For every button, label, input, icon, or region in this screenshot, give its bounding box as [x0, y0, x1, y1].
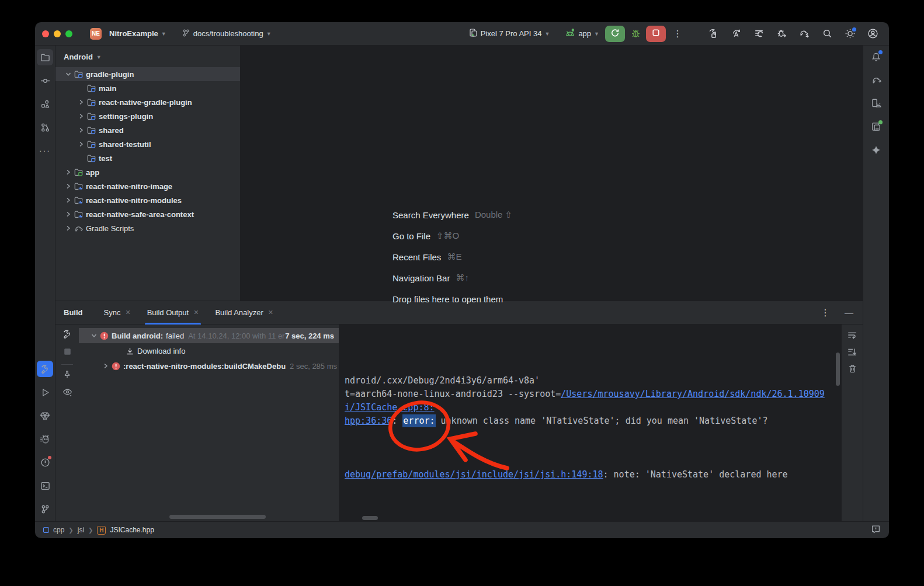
- tree-item[interactable]: shared-testutil: [55, 137, 240, 151]
- gradle-sync-button[interactable]: [796, 26, 812, 42]
- debug-button[interactable]: [627, 26, 644, 42]
- breadcrumb: cpp❯jsi❯HJSICache.hpp: [43, 526, 154, 535]
- build-button[interactable]: [705, 26, 721, 42]
- chevron-right-icon[interactable]: [101, 362, 110, 369]
- gemini-sparkle-icon[interactable]: [868, 142, 884, 158]
- close-tab-icon[interactable]: ✕: [125, 309, 130, 316]
- build-console[interactable]: ndroid/.cxx/Debug/2nd4i3y6/arm64-v8a't=a…: [339, 325, 842, 521]
- notifications-bell-icon[interactable]: [868, 48, 884, 65]
- more-tools-icon[interactable]: ···: [37, 142, 53, 159]
- console-file-link[interactable]: i/JSICache.cpp:8:: [345, 402, 435, 413]
- minimize-window-button[interactable]: [54, 30, 61, 37]
- run-tool-icon[interactable]: [37, 384, 53, 400]
- project-tree: gradle-pluginmainreact-native-gradle-plu…: [55, 67, 240, 235]
- build-stop-icon[interactable]: [62, 347, 72, 359]
- tree-item[interactable]: Gradle Scripts: [55, 221, 240, 235]
- console-line: [345, 428, 825, 441]
- breadcrumb-item[interactable]: cpp: [53, 526, 64, 534]
- build-tab-build-output[interactable]: Build Output✕: [141, 301, 205, 325]
- console-file-link[interactable]: /Users/mrousavy/Library/Android/sdk/ndk/…: [561, 389, 825, 399]
- chevron-right-icon[interactable]: [64, 211, 73, 218]
- tree-item[interactable]: main: [55, 81, 240, 95]
- console-vertical-scrollbar[interactable]: [836, 353, 840, 386]
- rerun-button[interactable]: [605, 26, 625, 42]
- build-tree-row[interactable]: Build android:failedAt 14.10.24, 12:00 w…: [79, 328, 339, 343]
- close-window-button[interactable]: [42, 30, 49, 37]
- tree-item[interactable]: test: [55, 151, 240, 165]
- terminal-icon[interactable]: [37, 477, 53, 494]
- build-tab-sync[interactable]: Sync✕: [98, 301, 137, 325]
- tree-item[interactable]: react-native-safe-area-context: [55, 207, 240, 221]
- project-selector[interactable]: NitroExample ▼: [106, 27, 170, 40]
- chevron-down-icon[interactable]: [64, 71, 73, 78]
- app-quality-insights-icon[interactable]: [37, 407, 53, 424]
- hide-build-panel-button[interactable]: —: [841, 308, 857, 318]
- module-blue-icon: [86, 97, 96, 107]
- breadcrumb-item[interactable]: JSICache.hpp: [110, 526, 154, 534]
- tree-item[interactable]: app: [55, 165, 240, 179]
- preview-eye-icon[interactable]: [62, 387, 72, 399]
- structure-icon[interactable]: [37, 96, 53, 112]
- pull-requests-icon[interactable]: [37, 119, 53, 135]
- console-horizontal-scrollbar[interactable]: [362, 516, 378, 520]
- more-run-actions-button[interactable]: ⋮: [668, 28, 687, 39]
- logcat-icon[interactable]: [37, 431, 53, 447]
- scroll-to-end-icon[interactable]: [847, 347, 857, 360]
- chevron-right-icon[interactable]: [64, 197, 73, 204]
- tree-item[interactable]: settings-plugin: [55, 109, 240, 123]
- device-selector[interactable]: Pixel 7 Pro API 34 ▼: [465, 26, 554, 41]
- commit-icon[interactable]: [37, 72, 53, 89]
- settings-button[interactable]: [842, 26, 858, 42]
- console-file-link[interactable]: hpp:36:36: [345, 416, 392, 426]
- close-tab-icon[interactable]: ✕: [268, 309, 273, 316]
- tree-horizontal-scrollbar[interactable]: [169, 515, 266, 519]
- history-list-button[interactable]: [751, 26, 767, 42]
- translate-a-button[interactable]: [728, 26, 744, 42]
- clear-all-icon[interactable]: [847, 364, 857, 376]
- build-tree-row[interactable]: :react-native-nitro-modules:buildCMakeDe…: [79, 358, 339, 374]
- project-view-selector[interactable]: Android ▼: [55, 50, 240, 67]
- close-tab-icon[interactable]: ✕: [193, 309, 199, 316]
- build-hammer-icon[interactable]: [37, 361, 53, 377]
- tree-item-label: gradle-plugin: [86, 70, 134, 79]
- build-options-menu[interactable]: ⋮: [816, 307, 835, 318]
- gradle-icon: [73, 224, 84, 233]
- tree-item[interactable]: shared: [55, 123, 240, 137]
- soft-wrap-icon[interactable]: [847, 330, 857, 343]
- project-folder-icon[interactable]: [37, 49, 53, 65]
- module-blue-icon: [86, 125, 96, 135]
- chevron-down-icon[interactable]: [89, 332, 99, 339]
- pin-icon[interactable]: [62, 370, 72, 382]
- running-devices-icon[interactable]: [868, 95, 884, 111]
- chevron-right-icon[interactable]: [64, 169, 73, 176]
- chevron-right-icon[interactable]: [77, 99, 86, 106]
- tree-item[interactable]: react-native-gradle-plugin: [55, 95, 240, 109]
- build-left-toolbar: [55, 325, 79, 521]
- build-restart-icon[interactable]: [62, 329, 72, 341]
- branch-selector[interactable]: docs/troubleshooting ▼: [178, 26, 275, 41]
- chevron-right-icon[interactable]: [64, 183, 73, 190]
- tree-item[interactable]: react-native-nitro-modules: [55, 193, 240, 207]
- build-tree-row[interactable]: Download info: [79, 343, 339, 358]
- console-file-link[interactable]: debug/prefab/modules/jsi/include/jsi/jsi…: [345, 469, 603, 480]
- profiler-bug-button[interactable]: [773, 26, 790, 42]
- event-log-icon[interactable]: [871, 524, 881, 536]
- search-everywhere-button[interactable]: [819, 26, 835, 42]
- zoom-window-button[interactable]: [65, 30, 72, 37]
- chevron-right-icon[interactable]: [77, 127, 86, 134]
- stop-button[interactable]: [646, 26, 666, 42]
- version-control-icon[interactable]: [37, 501, 53, 517]
- gradle-icon[interactable]: [868, 72, 884, 88]
- problems-icon[interactable]: [37, 454, 53, 470]
- tree-item[interactable]: gradle-plugin: [55, 67, 240, 81]
- run-config-selector[interactable]: app ▼: [561, 26, 603, 41]
- account-button[interactable]: [864, 26, 881, 42]
- console-text-segment: :: [392, 416, 402, 426]
- device-manager-icon[interactable]: [868, 118, 884, 135]
- tree-item[interactable]: react-native-nitro-image: [55, 179, 240, 193]
- breadcrumb-item[interactable]: jsi: [78, 526, 84, 534]
- chevron-right-icon[interactable]: [64, 225, 73, 232]
- chevron-right-icon[interactable]: [77, 141, 86, 148]
- build-tab-build-analyzer[interactable]: Build Analyzer✕: [209, 301, 279, 325]
- chevron-right-icon[interactable]: [77, 113, 86, 120]
